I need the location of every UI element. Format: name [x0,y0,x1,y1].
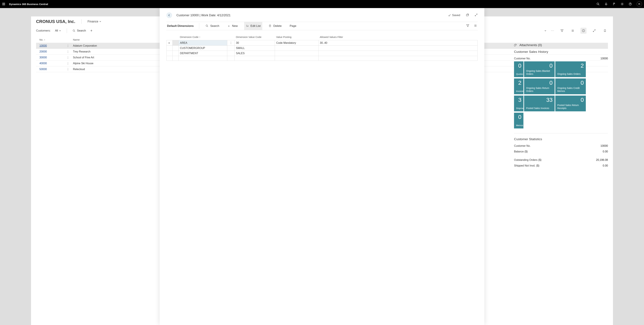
kpi-tile[interactable]: 0Ongoing Sales Blanket Orders [524,62,554,77]
flag-icon[interactable] [612,2,616,6]
col-allowed-filter[interactable]: Allowed Values Filter [318,34,478,40]
kpi-label: Memos [516,124,522,127]
col-dimension-value[interactable]: Dimension Value Code [234,34,275,40]
kpi-value: 0 [550,80,552,86]
cell-dimension-code[interactable]: CUSTOMERGROUP [178,46,227,51]
cell-dimension-code[interactable]: AREA [178,40,227,46]
back-button[interactable] [166,12,172,18]
col-value-posting[interactable]: Value Posting [275,34,318,40]
customer-no[interactable]: 30000 [40,56,63,59]
kpi-tile[interactable]: 0Ongoing Sales Return Orders [524,78,554,94]
customer-no[interactable]: 50000 [40,68,63,71]
row-selector[interactable] [172,51,178,56]
nav-finance[interactable]: Finance [88,20,101,23]
row-menu-icon[interactable]: ⋮ [63,62,73,65]
row-selector[interactable] [172,56,178,61]
modal-list-icon[interactable] [474,24,477,28]
expand-icon[interactable] [474,14,478,17]
filter-pane-icon[interactable] [559,28,565,34]
customer-no[interactable]: 10000 [40,44,63,47]
grid-row[interactable]: ➔AREA⋮30Code Mandatory30..40 [166,40,478,46]
modal-delete-button[interactable]: Delete [267,22,283,30]
company-name[interactable]: CRONUS USA, Inc. [36,19,75,24]
kpi-tile[interactable]: 3Shipments [514,96,524,111]
bell-icon[interactable] [604,2,608,6]
cell-allowed-filter[interactable] [318,46,478,51]
avatar[interactable]: IK [636,1,642,7]
row-menu-icon[interactable]: ⋮ [63,56,73,59]
modal-page-menu[interactable]: Page [288,22,298,30]
row-selector[interactable] [172,40,178,46]
col-header-no[interactable]: No. ↑ [40,38,63,41]
cell-menu-icon[interactable]: ⋮ [227,40,234,46]
attachments-section[interactable]: Attachments (0) [514,43,608,50]
row-menu-icon[interactable]: ⋮ [63,44,73,48]
row-selector[interactable] [172,46,178,51]
info-icon[interactable] [580,28,586,34]
grid-row[interactable]: DEPARTMENTSALES [166,51,478,56]
cell-value-posting[interactable]: Code Mandatory [275,40,318,46]
help-icon[interactable] [628,2,632,6]
list-search[interactable]: Search [72,29,86,32]
svg-rect-25 [466,14,468,16]
cell-allowed-filter[interactable] [318,56,478,61]
page-menu[interactable] [544,30,546,32]
edit-list-icon [246,24,248,27]
modal-edit-list-button[interactable]: Edit List [244,22,262,30]
cell-menu-icon[interactable] [227,51,234,56]
bookmark-icon[interactable] [602,28,608,34]
svg-rect-7 [4,5,4,5]
modal-new-button[interactable]: + New [226,22,240,30]
layout-icon[interactable] [570,28,576,34]
kpi-value: 3 [518,96,522,103]
search-icon[interactable] [596,2,600,6]
cell-dimension-code[interactable] [178,56,227,61]
cell-dimension-value[interactable]: 30 [234,40,275,46]
cell-dimension-value[interactable] [234,56,275,61]
more-actions-icon[interactable]: ··· [551,29,554,32]
dimensions-grid[interactable]: Dimension Code ↑ Dimension Value Code Va… [166,34,478,61]
cell-menu-icon[interactable] [227,46,234,51]
customer-no[interactable]: 40000 [40,62,63,65]
modal-search-button[interactable]: Search [204,22,221,30]
row-indicator: ➔ [166,40,172,46]
gear-icon[interactable] [620,2,624,6]
cell-allowed-filter[interactable] [318,51,478,56]
cell-allowed-filter[interactable]: 30..40 [318,40,478,46]
col-dimension-code[interactable]: Dimension Code ↑ [178,34,227,40]
new-record-button[interactable]: + [90,28,92,33]
kpi-tile[interactable]: 0Ongoing Sales Credit Memos [555,78,586,94]
cell-dimension-value[interactable]: SMALL [234,46,275,51]
cell-value-posting[interactable] [275,56,318,61]
cell-menu-icon[interactable] [227,56,234,61]
kpi-label: Shipments [516,107,522,110]
cell-value-posting[interactable] [275,51,318,56]
modal-filter-icon[interactable] [466,24,469,28]
row-menu-icon[interactable]: ⋮ [63,68,73,71]
kpi-tile[interactable]: 2Invoices [514,78,524,94]
grid-row[interactable] [166,56,478,61]
cell-value-posting[interactable] [275,46,318,51]
svg-rect-8 [4,5,5,5]
kpi-value: 0 [518,62,522,69]
svg-marker-33 [466,24,469,27]
row-menu-icon[interactable]: ⋮ [63,50,73,53]
app-launcher-icon[interactable] [2,2,5,6]
customer-no[interactable]: 20000 [40,50,63,53]
kpi-label: Ongoing Sales Orders [557,72,584,76]
tab-default-dimensions[interactable]: Default Dimensions [166,24,194,28]
kpi-tile[interactable]: 0Posted Sales Return Receipts [555,96,586,111]
kpi-tile[interactable]: 0Quotes [514,62,524,77]
product-title[interactable]: Dynamics 365 Business Central [9,3,48,6]
filter-all[interactable]: All [55,29,61,32]
open-new-window-icon[interactable] [466,14,469,17]
cell-dimension-value[interactable]: SALES [234,51,275,56]
cell-dimension-code[interactable]: DEPARTMENT [178,51,227,56]
kpi-label: Ongoing Sales Credit Memos [557,87,584,92]
kpi-tile[interactable]: 0Memos [514,113,524,128]
svg-point-11 [622,4,622,4]
kpi-tile[interactable]: 2Ongoing Sales Orders [555,62,586,77]
popout-icon[interactable] [591,28,597,34]
grid-row[interactable]: CUSTOMERGROUPSMALL [166,46,478,51]
kpi-tile[interactable]: 33Posted Sales Invoices [524,96,554,111]
